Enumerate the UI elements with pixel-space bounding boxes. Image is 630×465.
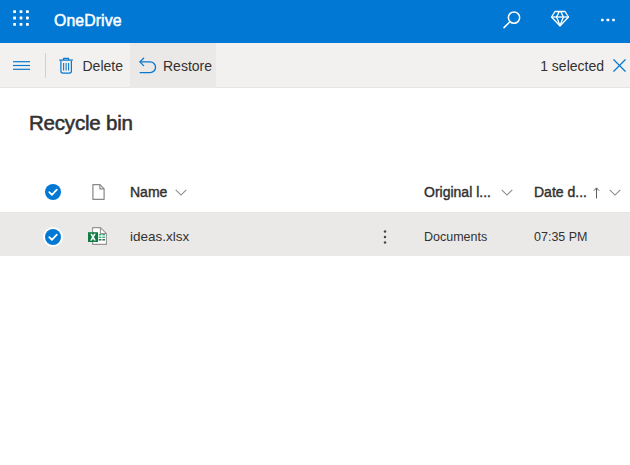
onedrive-app: OneDrive <box>0 0 630 465</box>
name-column-header[interactable]: Name <box>130 172 187 212</box>
date-deleted-column-header[interactable]: Date d... <box>534 172 621 212</box>
date-deleted-value: 07:35 PM <box>534 230 588 244</box>
restore-button-label: Restore <box>163 58 212 74</box>
file-name-cell[interactable]: ideas.xlsx <box>130 215 189 258</box>
row-select-cell <box>45 215 61 258</box>
original-location-column-header[interactable]: Original l... <box>424 172 513 212</box>
premium-diamond-icon <box>549 7 571 28</box>
restore-button[interactable]: Restore <box>130 43 216 88</box>
date-deleted-column-label: Date d... <box>534 184 587 200</box>
original-location-column-label: Original l... <box>424 184 491 200</box>
row-menu-cell <box>377 215 393 258</box>
app-launcher-button[interactable] <box>13 10 29 26</box>
row-file-icon-cell <box>88 215 107 258</box>
date-deleted-sort-chevron <box>609 189 621 196</box>
list-header-row: Name Original l... Date d... <box>0 172 630 213</box>
app-launcher-icon <box>13 10 29 26</box>
arrow-up-icon <box>592 187 601 199</box>
chevron-down-icon <box>501 189 513 196</box>
delete-button[interactable]: Delete <box>52 43 130 88</box>
selection-zone: 1 selected <box>540 43 630 88</box>
vertical-ellipsis-icon <box>383 230 387 244</box>
file-type-column-header[interactable] <box>92 172 106 212</box>
clear-selection-button[interactable] <box>609 43 630 88</box>
name-column-label: Name <box>130 184 167 200</box>
command-bar: Delete Restore 1 selected <box>0 43 630 88</box>
original-location-cell: Documents <box>424 215 487 258</box>
file-name: ideas.xlsx <box>130 229 189 244</box>
page-title: Recycle bin <box>29 111 133 135</box>
row-checkbox[interactable] <box>45 229 61 245</box>
app-title: OneDrive <box>54 0 122 43</box>
menu-button[interactable] <box>5 43 37 88</box>
premium-button[interactable] <box>540 0 580 43</box>
ellipsis-icon <box>598 17 616 23</box>
chevron-down-icon <box>175 189 187 196</box>
checkbox-checked-icon <box>45 229 61 245</box>
select-all-cell <box>45 172 61 212</box>
date-deleted-cell: 07:35 PM <box>534 215 588 258</box>
delete-button-label: Delete <box>83 58 123 74</box>
trash-icon <box>59 57 74 74</box>
search-icon <box>501 9 523 31</box>
restore-icon <box>139 57 157 74</box>
sort-ascending-arrow-icon <box>592 185 601 199</box>
original-location-sort-chevron <box>501 189 513 196</box>
original-location-value: Documents <box>424 230 487 244</box>
top-app-bar: OneDrive <box>0 0 630 43</box>
toolbar-divider <box>45 53 46 78</box>
close-icon <box>613 59 626 72</box>
select-all-checkbox[interactable] <box>45 184 61 200</box>
generic-file-icon <box>92 184 105 200</box>
file-row[interactable]: ideas.xlsx Documents 07:35 PM <box>0 213 630 256</box>
row-more-actions-button[interactable] <box>377 222 393 252</box>
name-sort-chevron <box>175 189 187 196</box>
checkbox-checked-icon <box>45 184 61 200</box>
selection-count: 1 selected <box>540 58 604 74</box>
search-button[interactable] <box>492 0 532 43</box>
chevron-down-icon <box>609 189 621 196</box>
hamburger-icon <box>13 61 30 70</box>
more-options-button[interactable] <box>587 0 627 43</box>
excel-file-icon <box>88 227 107 245</box>
